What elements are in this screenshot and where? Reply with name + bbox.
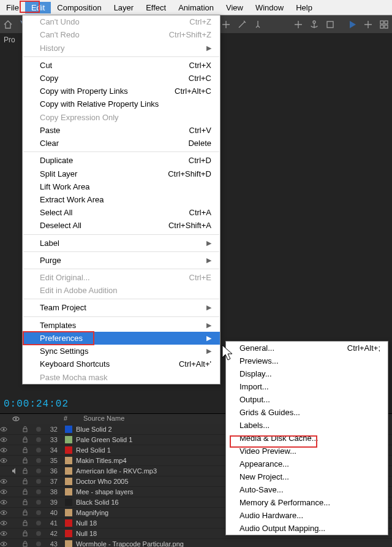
menu-animation[interactable]: Animation [172, 2, 220, 13]
eye-icon[interactable] [0, 519, 11, 527]
layer-name[interactable]: Pale Green Solid 1 [76, 436, 132, 443]
eye-icon[interactable] [0, 530, 11, 537]
pref-item-video-preview[interactable]: Video Preview... [226, 445, 388, 457]
layer-name[interactable]: Blue Solid 2 [76, 426, 112, 433]
lock-icon[interactable] [22, 426, 33, 432]
lock-icon[interactable] [22, 520, 33, 526]
anchor-icon[interactable] [309, 19, 320, 30]
layer-name[interactable]: Magnifying [76, 509, 108, 516]
menu-item-lift-work-area[interactable]: Lift Work Area [23, 180, 220, 193]
eye-icon[interactable] [0, 426, 11, 433]
menu-window[interactable]: Window [249, 2, 290, 13]
layer-name[interactable]: Mee - shape layers [76, 488, 134, 495]
lock-icon[interactable] [22, 530, 33, 537]
pin-icon[interactable] [252, 19, 263, 30]
pref-item-output[interactable]: Output... [226, 393, 388, 406]
axis-icon[interactable] [293, 19, 304, 30]
menu-item-keyboard-shortcuts[interactable]: Keyboard ShortcutsCtrl+Alt+' [23, 358, 220, 370]
menu-item-purge[interactable]: Purge▶ [23, 254, 220, 267]
label-color-swatch[interactable] [65, 509, 72, 516]
lock-icon[interactable] [22, 489, 33, 495]
timecode[interactable]: 0:00:24:02 [4, 399, 69, 410]
shy-icon[interactable] [33, 540, 44, 547]
menu-item-clear[interactable]: ClearDelete [23, 137, 220, 150]
label-color-swatch[interactable] [65, 478, 72, 485]
layer-name[interactable]: Makin Titles.mp4 [76, 457, 127, 464]
menu-item-label[interactable]: Label▶ [23, 237, 220, 250]
shy-icon[interactable] [33, 478, 44, 485]
play-icon[interactable] [347, 19, 358, 30]
eye-icon[interactable] [0, 509, 11, 516]
eye-icon[interactable] [0, 436, 11, 443]
menu-edit[interactable]: Edit [25, 2, 51, 13]
menu-item-extract-work-area[interactable]: Extract Work Area [23, 193, 220, 206]
shy-icon[interactable] [33, 499, 44, 506]
label-color-swatch[interactable] [65, 457, 72, 464]
eye-icon[interactable] [0, 540, 11, 547]
shy-icon[interactable] [33, 530, 44, 537]
source-name-header[interactable]: Source Name [83, 415, 124, 422]
plus-icon[interactable] [363, 19, 374, 30]
pref-item-auto-save[interactable]: Auto-Save... [226, 483, 388, 496]
eye-icon[interactable] [0, 499, 11, 506]
menu-item-sync-settings[interactable]: Sync Settings▶ [23, 345, 220, 358]
grid-icon[interactable] [379, 19, 390, 30]
shy-icon[interactable] [33, 457, 44, 464]
lock-icon[interactable] [22, 457, 33, 464]
lock-icon[interactable] [22, 437, 33, 443]
pref-item-media-disk-cache[interactable]: Media & Disk Cache... [226, 432, 388, 445]
menu-file[interactable]: File [0, 2, 25, 13]
pref-item-appearance[interactable]: Appearance... [226, 457, 388, 470]
pref-item-new-project[interactable]: New Project... [226, 470, 388, 483]
lock-icon[interactable] [22, 541, 33, 547]
pref-item-general[interactable]: General...Ctrl+Alt+; [226, 342, 388, 354]
lock-icon[interactable] [22, 510, 33, 516]
shy-icon[interactable] [33, 467, 44, 475]
menu-item-copy[interactable]: CopyCtrl+C [23, 72, 220, 85]
menu-item-copy-with-property-links[interactable]: Copy with Property LinksCtrl+Alt+C [23, 85, 220, 98]
lock-icon[interactable] [22, 499, 33, 505]
menu-effect[interactable]: Effect [140, 2, 172, 13]
menu-item-copy-with-relative-property-links[interactable]: Copy with Relative Property Links [23, 98, 220, 110]
shy-icon[interactable] [33, 446, 44, 454]
menu-layer[interactable]: Layer [108, 2, 140, 13]
pref-item-import[interactable]: Import... [226, 380, 388, 393]
layer-name[interactable]: Black Solid 16 [76, 499, 119, 506]
eye-icon[interactable] [0, 488, 11, 495]
label-color-swatch[interactable] [65, 426, 72, 433]
pref-item-labels[interactable]: Labels... [226, 419, 388, 432]
layer-name[interactable]: Doctor Who 2005 [76, 478, 129, 485]
menu-item-cut[interactable]: CutCtrl+X [23, 59, 220, 72]
lock-icon[interactable] [22, 478, 33, 484]
shy-icon[interactable] [33, 519, 44, 527]
layer-name[interactable]: American Idle - RKVC.mp3 [76, 467, 157, 475]
label-color-swatch[interactable] [65, 540, 72, 547]
label-color-swatch[interactable] [65, 467, 72, 475]
menu-item-split-layer[interactable]: Split LayerCtrl+Shift+D [23, 167, 220, 180]
layer-name[interactable]: Wormhole - Trapcode Particular.png [76, 540, 184, 547]
lock-icon[interactable] [22, 447, 33, 453]
pref-item-audio-hardware[interactable]: Audio Hardware... [226, 509, 388, 522]
eye-icon[interactable] [0, 446, 11, 454]
eye-icon[interactable] [0, 478, 11, 485]
shy-icon[interactable] [33, 488, 44, 495]
menu-item-templates[interactable]: Templates▶ [23, 319, 220, 332]
pref-item-previews[interactable]: Previews... [226, 354, 388, 367]
shy-icon[interactable] [33, 509, 44, 516]
label-color-swatch[interactable] [65, 530, 72, 537]
speaker-icon[interactable] [11, 467, 22, 475]
home-icon[interactable] [2, 19, 13, 30]
menu-item-paste[interactable]: PasteCtrl+V [23, 124, 220, 137]
label-color-swatch[interactable] [65, 446, 72, 454]
pref-item-audio-output-mapping[interactable]: Audio Output Mapping... [226, 522, 388, 535]
lock-icon[interactable] [22, 468, 33, 474]
label-color-swatch[interactable] [65, 499, 72, 506]
layer-name[interactable]: Null 18 [76, 519, 97, 527]
menu-help[interactable]: Help [290, 2, 318, 13]
pref-item-display[interactable]: Display... [226, 367, 388, 380]
label-color-swatch[interactable] [65, 519, 72, 527]
transform-icon[interactable] [325, 19, 336, 30]
menu-item-duplicate[interactable]: DuplicateCtrl+D [23, 154, 220, 167]
pref-item-memory-performance[interactable]: Memory & Performance... [226, 496, 388, 509]
menu-composition[interactable]: Composition [51, 2, 107, 13]
